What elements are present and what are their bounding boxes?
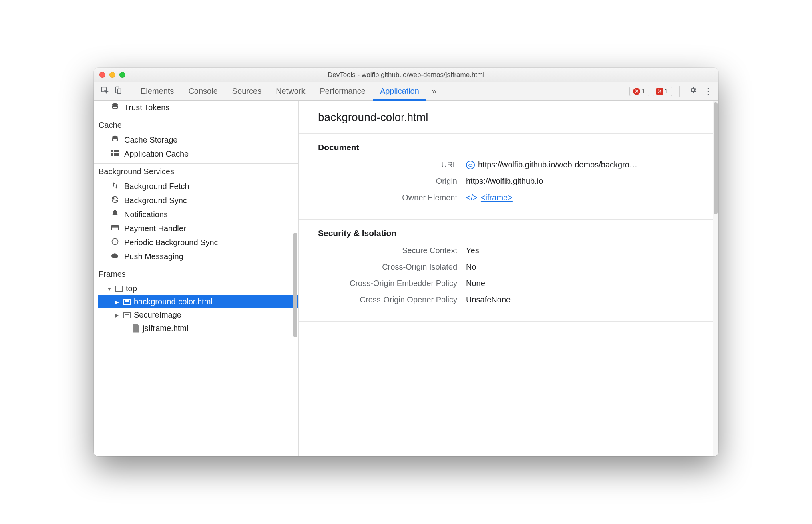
chevron-right-icon[interactable]: ▶ (115, 312, 120, 318)
inspect-element-icon[interactable] (98, 86, 111, 96)
sidebar: Trust Tokens Cache Cache Storage Applica… (94, 101, 299, 456)
kv-coop: Cross-Origin Opener Policy UnsafeNone (318, 295, 701, 304)
sidebar-item-background-fetch[interactable]: Background Fetch (94, 179, 298, 193)
errors-badge[interactable]: ✕ 1 (629, 87, 649, 96)
kv-secure-context: Secure Context Yes (318, 246, 701, 255)
toolbar-divider (129, 86, 129, 97)
bell-icon (111, 210, 119, 220)
more-options-icon[interactable]: ⋮ (702, 86, 714, 97)
kv-origin: Origin https://wolfib.github.io (318, 177, 701, 186)
kv-value: ⬭ https://wolfib.github.io/web-demos/bac… (466, 160, 637, 169)
kv-owner-element: Owner Element </> <iframe> (318, 193, 701, 202)
owner-element-link[interactable]: <iframe> (481, 193, 513, 202)
error-dot-icon: ✕ (633, 88, 640, 95)
content: Trust Tokens Cache Cache Storage Applica… (94, 101, 718, 456)
kv-coep: Cross-Origin Embedder Policy None (318, 279, 701, 288)
card-icon (111, 224, 119, 234)
sidebar-section-background-services: Background Services (94, 164, 298, 179)
issues-badge[interactable]: ✕ 1 (653, 87, 672, 96)
window-title: DevTools - wolfib.github.io/web-demos/js… (328, 71, 484, 79)
tab-elements[interactable]: Elements (133, 82, 181, 101)
sidebar-item-label: Notifications (124, 210, 168, 219)
sidebar-item-label: Payment Handler (124, 224, 186, 233)
zoom-window-button[interactable] (119, 72, 125, 78)
updown-icon (111, 181, 119, 191)
tree-row-secure-image[interactable]: ▶ SecureImage (98, 308, 298, 322)
kv-label: Cross-Origin Isolated (318, 262, 466, 272)
main-content: background-color.html Document URL ⬭ htt… (299, 101, 713, 456)
close-window-button[interactable] (99, 72, 105, 78)
kv-value: UnsafeNone (466, 295, 511, 304)
tree-label: SecureImage (134, 310, 181, 320)
section-security: Security & Isolation Secure Context Yes … (299, 219, 713, 321)
minimize-window-button[interactable] (109, 72, 115, 78)
kv-url: URL ⬭ https://wolfib.github.io/web-demos… (318, 160, 701, 169)
iframe-icon (123, 312, 131, 318)
section-title: Security & Isolation (318, 228, 701, 238)
sidebar-item-label: Background Fetch (124, 182, 189, 191)
grid-icon (111, 149, 119, 159)
errors-count: 1 (642, 87, 645, 95)
main-scrollbar[interactable] (713, 101, 718, 456)
sidebar-item-notifications[interactable]: Notifications (94, 208, 298, 222)
kv-label: Owner Element (318, 193, 466, 202)
svg-rect-8 (114, 153, 119, 156)
kv-label: Cross-Origin Opener Policy (318, 295, 466, 304)
kv-label: Secure Context (318, 246, 466, 255)
sidebar-item-background-sync[interactable]: Background Sync (94, 193, 298, 208)
titlebar: DevTools - wolfib.github.io/web-demos/js… (94, 68, 718, 82)
frame-icon (115, 286, 123, 292)
issues-count: 1 (665, 87, 669, 95)
svg-rect-2 (117, 89, 121, 94)
scrollbar-thumb[interactable] (714, 102, 718, 214)
kv-value: None (466, 279, 485, 288)
tab-application[interactable]: Application (373, 82, 426, 101)
sidebar-item-label: Background Sync (124, 196, 187, 205)
kv-label: Cross-Origin Embedder Policy (318, 279, 466, 288)
svg-rect-7 (111, 153, 113, 156)
device-toolbar-icon[interactable] (111, 86, 125, 96)
tab-performance[interactable]: Performance (313, 82, 373, 101)
database-icon (111, 135, 119, 145)
settings-gear-icon[interactable] (687, 86, 699, 97)
kv-value: https://wolfib.github.io (466, 177, 543, 186)
tabs: Elements Console Sources Network Perform… (133, 82, 442, 101)
kv-label: Origin (318, 177, 466, 186)
sidebar-item-label: Cache Storage (124, 135, 177, 145)
tab-console[interactable]: Console (181, 82, 225, 101)
database-icon (111, 103, 119, 113)
tree-label: background-color.html (134, 297, 213, 306)
chevron-down-icon[interactable]: ▼ (107, 286, 112, 292)
traffic-lights (99, 72, 125, 78)
tree-label: jsIframe.html (143, 324, 188, 333)
iframe-icon (123, 299, 131, 305)
sidebar-item-application-cache[interactable]: Application Cache (94, 147, 298, 161)
tab-sources[interactable]: Sources (225, 82, 269, 101)
sidebar-item-cache-storage[interactable]: Cache Storage (94, 133, 298, 147)
more-tabs-icon[interactable]: » (426, 87, 442, 96)
toolbar-right: ✕ 1 ✕ 1 ⋮ (629, 86, 714, 97)
chevron-right-icon[interactable]: ▶ (115, 299, 120, 305)
kv-value: Yes (466, 246, 479, 255)
sidebar-item-label: Application Cache (124, 149, 189, 159)
section-document: Document URL ⬭ https://wolfib.github.io/… (299, 133, 713, 219)
cloud-icon (111, 252, 119, 262)
sidebar-scrollbar[interactable] (293, 233, 297, 337)
toolbar: Elements Console Sources Network Perform… (94, 82, 718, 101)
code-icon: </> (466, 193, 478, 202)
sidebar-item-payment-handler[interactable]: Payment Handler (94, 222, 298, 236)
tree-row-jsiframe[interactable]: jsIframe.html (98, 322, 298, 335)
reveal-icon[interactable]: ⬭ (466, 161, 475, 169)
sync-icon (111, 195, 119, 206)
section-divider (299, 321, 713, 322)
tree-row-top[interactable]: ▼ top (98, 282, 298, 295)
toolbar-divider (679, 86, 680, 97)
svg-rect-9 (112, 225, 119, 230)
frames-tree: ▼ top ▶ background-color.html ▶ SecureIm… (94, 282, 298, 335)
sidebar-item-periodic-sync[interactable]: Periodic Background Sync (94, 236, 298, 250)
tab-network[interactable]: Network (269, 82, 312, 101)
kv-value: </> <iframe> (466, 193, 513, 202)
tree-row-background-color[interactable]: ▶ background-color.html (98, 295, 298, 308)
sidebar-item-trust-tokens[interactable]: Trust Tokens (94, 101, 298, 115)
sidebar-item-push-messaging[interactable]: Push Messaging (94, 250, 298, 264)
